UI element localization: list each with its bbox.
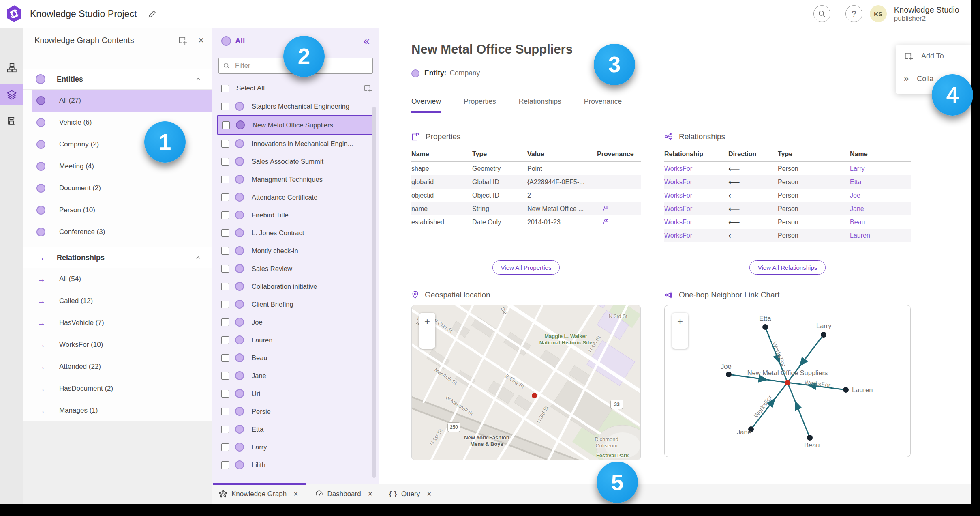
tab-knowledge-graph[interactable]: Knowledge Graph ✕: [219, 490, 299, 498]
item-checkbox[interactable]: [221, 211, 229, 219]
relationship-link[interactable]: WorksFor: [664, 205, 728, 213]
list-item[interactable]: Beau: [212, 349, 379, 367]
zoom-out-button[interactable]: −: [419, 331, 435, 349]
provenance-flag-icon[interactable]: [597, 218, 641, 226]
item-checkbox[interactable]: [222, 121, 230, 129]
sidebar-item-document[interactable]: Document (2): [32, 177, 212, 199]
provenance-flag-icon[interactable]: [597, 205, 641, 213]
relationship-link[interactable]: WorksFor: [664, 219, 728, 226]
list-item[interactable]: Joe: [212, 313, 379, 331]
link-chart-canvas[interactable]: Etta Larry Joe Lauren Jane Beau New Meta…: [664, 305, 911, 457]
list-item[interactable]: Larry: [212, 438, 379, 456]
relationship-link[interactable]: WorksFor: [664, 232, 728, 239]
tab-properties[interactable]: Properties: [464, 97, 496, 113]
menu-item-add-to[interactable]: Add To: [896, 45, 971, 67]
entity-link[interactable]: Lauren: [850, 232, 911, 239]
item-checkbox[interactable]: [221, 408, 229, 415]
sidebar-item-called[interactable]: → Called (12): [32, 290, 212, 312]
list-item[interactable]: Firebird Title: [212, 206, 379, 224]
list-item[interactable]: Collaboration initiative: [212, 277, 379, 295]
edit-title-icon[interactable]: [148, 9, 157, 18]
list-item[interactable]: Innovations in Mechanical Engin...: [212, 135, 379, 153]
zoom-out-button[interactable]: −: [672, 331, 688, 349]
list-item[interactable]: Staplers Mechanical Engineering: [212, 97, 379, 115]
entity-link[interactable]: Joe: [850, 192, 911, 199]
account-info[interactable]: Knowledge Studio publisher2: [894, 5, 959, 23]
entity-link[interactable]: Beau: [850, 219, 911, 226]
list-item[interactable]: Montly check-in: [212, 242, 379, 260]
entity-link[interactable]: Larry: [850, 165, 911, 172]
sidebar-item-hasdocument[interactable]: → HasDocument (2): [32, 378, 212, 400]
sidebar-item-vehicle[interactable]: Vehicle (6): [32, 112, 212, 133]
zoom-in-button[interactable]: +: [419, 313, 435, 331]
list-item[interactable]: L. Jones Contract: [212, 224, 379, 242]
chevron-up-icon[interactable]: [195, 75, 202, 83]
add-to-new-icon[interactable]: [178, 36, 187, 45]
list-item[interactable]: Client Briefing: [212, 295, 379, 313]
item-checkbox[interactable]: [221, 461, 229, 469]
list-item[interactable]: Lilith: [212, 456, 379, 474]
tab-dashboard[interactable]: Dashboard ✕: [315, 490, 373, 498]
sidebar-item-worksfor[interactable]: → WorksFor (10): [32, 334, 212, 356]
item-checkbox[interactable]: [221, 318, 229, 326]
view-all-relationships-button[interactable]: View All Relationships: [749, 260, 826, 275]
item-checkbox[interactable]: [221, 443, 229, 451]
avatar[interactable]: KS: [870, 5, 887, 22]
list-item[interactable]: Attendance Certificate: [212, 188, 379, 206]
relationship-link[interactable]: WorksFor: [664, 192, 728, 199]
select-all-checkbox[interactable]: [221, 85, 229, 92]
help-button[interactable]: ?: [845, 5, 862, 22]
close-tab-icon[interactable]: ✕: [368, 490, 373, 498]
item-checkbox[interactable]: [221, 229, 229, 237]
item-checkbox[interactable]: [221, 158, 229, 166]
entities-section-header[interactable]: Entities: [23, 69, 212, 90]
tab-overview[interactable]: Overview: [411, 97, 441, 113]
map-canvas[interactable]: + − W Clay St k Rd Sal Marshall St W Mar…: [411, 305, 641, 460]
sidebar-item-entities-all[interactable]: All (27): [32, 90, 212, 112]
item-checkbox[interactable]: [221, 301, 229, 308]
entity-link[interactable]: Etta: [850, 178, 911, 186]
list-scrollbar[interactable]: [372, 107, 376, 478]
item-checkbox[interactable]: [221, 247, 229, 255]
sidebar-item-person[interactable]: Person (10): [32, 199, 212, 221]
zoom-in-button[interactable]: +: [672, 313, 688, 331]
close-panel-icon[interactable]: ✕: [198, 36, 204, 45]
relationship-link[interactable]: WorksFor: [664, 165, 728, 172]
entity-link[interactable]: Jane: [850, 205, 911, 213]
tab-relationships[interactable]: Relationships: [519, 97, 561, 113]
relationship-link[interactable]: WorksFor: [664, 178, 728, 186]
list-item[interactable]: Managment Techniques: [212, 170, 379, 188]
list-item[interactable]: Jane: [212, 367, 379, 385]
item-checkbox[interactable]: [221, 336, 229, 344]
item-checkbox[interactable]: [221, 354, 229, 362]
list-item[interactable]: Sales Associate Summit: [212, 153, 379, 170]
item-checkbox[interactable]: [221, 283, 229, 290]
sidebar-item-hasvehicle[interactable]: → HasVehicle (7): [32, 312, 212, 334]
sidebar-item-conference[interactable]: Conference (3): [32, 221, 212, 243]
sidebar-item-meeting[interactable]: Meeting (4): [32, 155, 212, 177]
schema-icon[interactable]: [0, 58, 23, 78]
list-item[interactable]: Etta: [212, 420, 379, 438]
item-checkbox[interactable]: [221, 390, 229, 398]
sidebar-item-attended[interactable]: → Attended (22): [32, 356, 212, 378]
collapse-panel-icon[interactable]: «: [363, 35, 370, 47]
layers-icon[interactable]: [0, 85, 23, 105]
item-checkbox[interactable]: [221, 265, 229, 273]
item-checkbox[interactable]: [221, 176, 229, 183]
relationships-section-header[interactable]: → Relationships: [23, 247, 212, 268]
save-icon[interactable]: [0, 110, 23, 131]
item-checkbox[interactable]: [221, 194, 229, 201]
list-item[interactable]: Sales Review: [212, 260, 379, 277]
list-item[interactable]: Persie: [212, 402, 379, 420]
sidebar-item-manages[interactable]: → Manages (1): [32, 400, 212, 421]
close-tab-icon[interactable]: ✕: [293, 490, 298, 498]
chevron-up-icon[interactable]: [195, 254, 202, 261]
search-button[interactable]: [813, 5, 830, 22]
item-checkbox[interactable]: [221, 103, 229, 110]
item-checkbox[interactable]: [221, 140, 229, 148]
add-to-new-icon[interactable]: [363, 84, 372, 93]
view-all-properties-button[interactable]: View All Properties: [492, 260, 560, 275]
list-item[interactable]: Uri: [212, 385, 379, 402]
tab-query[interactable]: { } Query ✕: [389, 490, 432, 498]
sidebar-item-rel-all[interactable]: → All (54): [32, 268, 212, 290]
